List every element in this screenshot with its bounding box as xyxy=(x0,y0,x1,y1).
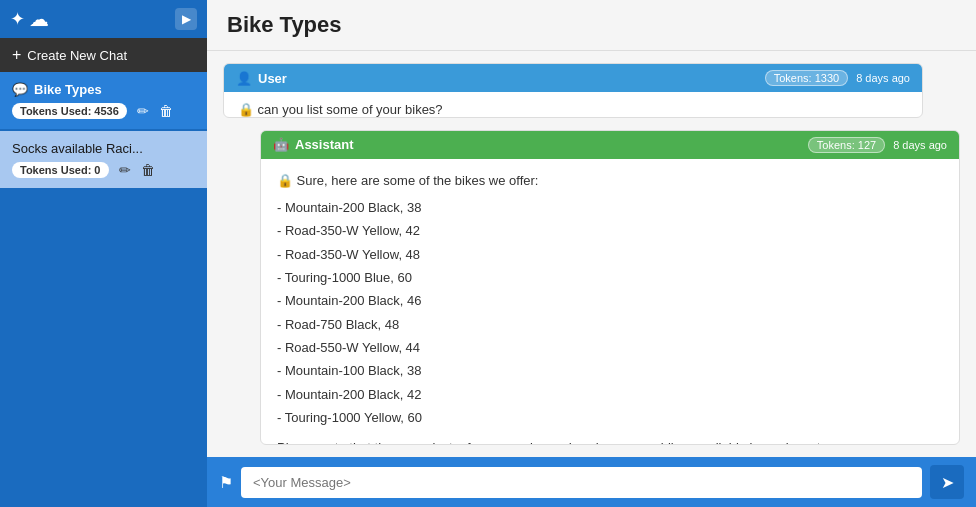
sidebar-header: ✦ ☁ ▶ xyxy=(0,0,207,38)
user-message-header: 👤 User Tokens: 1330 8 days ago xyxy=(224,64,922,92)
bike-item: - Mountain-200 Black, 42 xyxy=(277,383,943,406)
edit-icon-2[interactable]: ✏ xyxy=(119,162,131,178)
sidebar-logo: ✦ ☁ xyxy=(10,7,49,31)
bike-item: - Mountain-200 Black, 38 xyxy=(277,196,943,219)
chat-icon: 💬 xyxy=(12,82,28,97)
assistant-time: 8 days ago xyxy=(893,139,947,151)
chat-area: 👤 User Tokens: 1330 8 days ago 🔒 can you… xyxy=(207,51,976,457)
star-icon: ✦ xyxy=(10,8,25,30)
new-chat-label: Create New Chat xyxy=(27,48,127,63)
assistant-message-header: 🤖 Assistant Tokens: 127 8 days ago xyxy=(261,131,959,159)
message-input[interactable] xyxy=(241,467,922,498)
delete-icon[interactable]: 🗑 xyxy=(159,103,173,119)
bike-item: - Touring-1000 Blue, 60 xyxy=(277,266,943,289)
page-title: Bike Types xyxy=(207,0,976,51)
user-message-meta: Tokens: 1330 8 days ago xyxy=(765,70,910,86)
tokens-badge-2: Tokens Used: 0 xyxy=(12,162,109,178)
new-chat-button[interactable]: + Create New Chat xyxy=(0,38,207,72)
sidebar-item-bike-types[interactable]: 💬 Bike Types Tokens Used: 4536 ✏ 🗑 xyxy=(0,72,207,129)
bike-item: - Road-350-W Yellow, 48 xyxy=(277,243,943,266)
assistant-label: 🤖 Assistant xyxy=(273,137,354,152)
tokens-badge: Tokens Used: 4536 xyxy=(12,103,127,119)
sidebar: ✦ ☁ ▶ + Create New Chat 💬 Bike Types Tok… xyxy=(0,0,207,507)
assistant-message-meta: Tokens: 127 8 days ago xyxy=(808,137,947,153)
chat-item-footer-2: Tokens Used: 0 ✏ 🗑 xyxy=(12,162,195,178)
user-time: 8 days ago xyxy=(856,72,910,84)
bike-item: - Mountain-200 Black, 46 xyxy=(277,289,943,312)
assistant-intro: 🔒 Sure, here are some of the bikes we of… xyxy=(277,171,943,192)
chat-item-title-2: Socks available Raci... xyxy=(12,141,195,156)
bike-item: - Road-350-W Yellow, 42 xyxy=(277,219,943,242)
assistant-note: Please note that these are just a few ex… xyxy=(277,438,943,445)
user-label: 👤 User xyxy=(236,71,287,86)
collapse-sidebar-button[interactable]: ▶ xyxy=(175,8,197,30)
bike-item: - Road-750 Black, 48 xyxy=(277,313,943,336)
bike-item: - Mountain-100 Black, 38 xyxy=(277,359,943,382)
bike-item: - Touring-1000 Yellow, 60 xyxy=(277,406,943,429)
assistant-tokens: Tokens: 127 xyxy=(808,137,885,153)
bike-item: - Road-550-W Yellow, 44 xyxy=(277,336,943,359)
chat-item-footer: Tokens Used: 4536 ✏ 🗑 xyxy=(12,103,195,119)
assistant-icon: 🤖 xyxy=(273,137,289,152)
chat-item-title: 💬 Bike Types xyxy=(12,82,195,97)
assistant-message-body: 🔒 Sure, here are some of the bikes we of… xyxy=(261,159,959,445)
user-message: 👤 User Tokens: 1330 8 days ago 🔒 can you… xyxy=(223,63,923,118)
sidebar-item-socks[interactable]: Socks available Raci... Tokens Used: 0 ✏… xyxy=(0,131,207,188)
input-area: ⚑ ➤ xyxy=(207,457,976,507)
bike-list: - Mountain-200 Black, 38- Road-350-W Yel… xyxy=(277,196,943,430)
cloud-icon: ☁ xyxy=(29,7,49,31)
assistant-message: 🤖 Assistant Tokens: 127 8 days ago 🔒 Sur… xyxy=(260,130,960,445)
flag-icon: ⚑ xyxy=(219,473,233,492)
user-tokens: Tokens: 1330 xyxy=(765,70,848,86)
main-panel: Bike Types 👤 User Tokens: 1330 8 days ag… xyxy=(207,0,976,507)
delete-icon-2[interactable]: 🗑 xyxy=(141,162,155,178)
user-message-body: 🔒 can you list some of your bikes? xyxy=(224,92,922,118)
edit-icon[interactable]: ✏ xyxy=(137,103,149,119)
user-icon: 👤 xyxy=(236,71,252,86)
plus-icon: + xyxy=(12,46,21,64)
send-button[interactable]: ➤ xyxy=(930,465,964,499)
